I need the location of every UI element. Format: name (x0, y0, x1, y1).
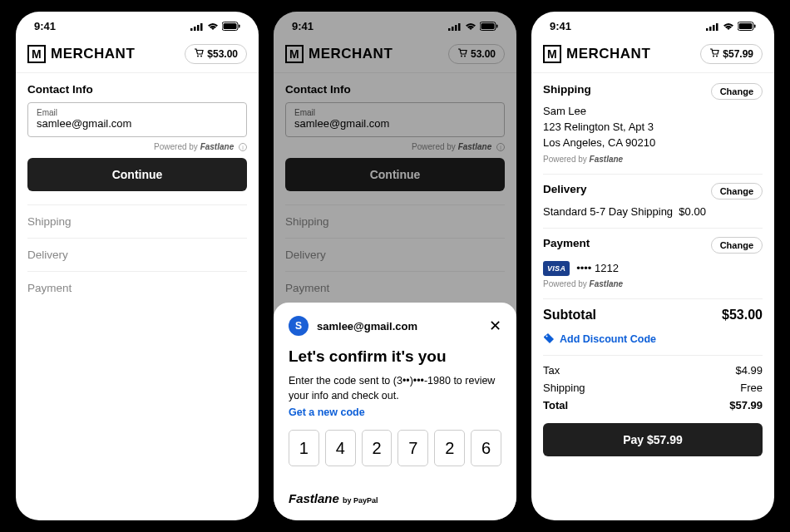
continue-button[interactable]: Continue (27, 158, 247, 191)
svg-point-26 (716, 56, 718, 57)
email-label: Email (37, 108, 238, 117)
step-delivery: Delivery (27, 238, 247, 271)
status-icons (190, 22, 240, 31)
ship-value: Free (740, 382, 763, 394)
payment-change-button[interactable]: Change (711, 237, 763, 254)
otp-digit-1[interactable]: 1 (289, 430, 319, 466)
wifi-icon (723, 22, 734, 31)
cart-total: $53.00 (207, 48, 238, 60)
header: M MERCHANT $57.99 (531, 37, 774, 73)
battery-icon (222, 22, 240, 31)
shipping-change-button[interactable]: Change (711, 83, 763, 100)
merchant-logo: M MERCHANT (27, 45, 135, 63)
signal-icon (190, 22, 204, 31)
otp-digit-3[interactable]: 2 (362, 430, 393, 466)
cart-icon (194, 48, 204, 60)
otp-inputs: 1 4 2 7 2 6 (289, 430, 501, 466)
subtotal-row: Subtotal $53.00 (543, 299, 763, 323)
svg-rect-6 (239, 25, 240, 28)
phone-contact: 9:41 M MERCHANT $53.00 Contact Info Emai… (16, 12, 259, 520)
merchant-logo: M MERCHANT (543, 45, 650, 63)
sheet-title: Let's confirm it's you (289, 347, 501, 366)
powered-by-payment: Powered by Fastlane (543, 279, 763, 288)
merchant-name: MERCHANT (566, 46, 650, 62)
fastlane-brand: Fastlane (200, 142, 235, 151)
cart-button[interactable]: $53.00 (185, 44, 247, 64)
svg-rect-18 (706, 28, 709, 31)
content: Shipping Change Sam Lee 123 Relington St… (531, 73, 774, 520)
delivery-option: Standard 5-7 Day Shipping $0.00 (543, 205, 763, 218)
otp-digit-2[interactable]: 4 (325, 430, 356, 466)
cart-icon (709, 48, 719, 60)
cart-button[interactable]: $57.99 (700, 44, 763, 64)
svg-point-8 (200, 56, 202, 57)
svg-rect-2 (197, 25, 200, 31)
otp-digit-5[interactable]: 2 (434, 430, 465, 466)
fastlane-logo: Fastlane by PayPal (289, 491, 501, 505)
ship-line2: Los Angeles, CA 90210 (543, 135, 763, 151)
svg-point-7 (197, 56, 199, 57)
tag-icon (543, 332, 555, 347)
content: Contact Info Email samlee@gmail.com Powe… (16, 73, 259, 520)
ship-name: Sam Lee (543, 104, 763, 120)
payment-card: VISA •••• 1212 (543, 261, 763, 276)
svg-rect-20 (713, 25, 715, 31)
phone-verify: 9:41 M MERCHANT 53.00 Contact Info Email… (274, 12, 516, 520)
merchant-name: MERCHANT (51, 46, 135, 62)
svg-rect-21 (716, 23, 718, 31)
step-shipping: Shipping (27, 204, 247, 238)
ship-line1: 123 Relington St, Apt 3 (543, 120, 763, 135)
logo-mark: M (27, 45, 46, 63)
svg-rect-1 (194, 27, 196, 31)
status-time: 9:41 (34, 20, 56, 32)
svg-point-27 (546, 335, 548, 337)
statusbar: 9:41 (531, 12, 774, 37)
close-icon[interactable]: ✕ (489, 317, 501, 335)
powered-by-shipping: Powered by Fastlane (543, 155, 763, 164)
signal-icon (706, 22, 719, 31)
svg-rect-5 (224, 23, 237, 29)
shipping-section: Shipping Change Sam Lee 123 Relington St… (543, 83, 763, 175)
otp-digit-6[interactable]: 6 (471, 430, 501, 466)
sheet-body: Enter the code sent to (3••)•••-1980 to … (289, 374, 501, 403)
delivery-section: Delivery Change Standard 5-7 Day Shippin… (543, 175, 763, 229)
svg-point-25 (713, 56, 714, 57)
totals: Tax$4.99 ShippingFree Total$57.99 (543, 356, 763, 413)
card-last4: •••• 1212 (576, 262, 619, 274)
svg-rect-3 (200, 23, 203, 31)
sheet-email: samlee@gmail.com (317, 320, 481, 332)
add-discount-link[interactable]: Add Discount Code (543, 324, 763, 356)
header: M MERCHANT $53.00 (16, 37, 259, 73)
logo-mark: M (543, 45, 561, 63)
cart-total: $57.99 (723, 48, 753, 60)
payment-section: Payment Change VISA •••• 1212 Powered by… (543, 229, 763, 299)
wifi-icon (207, 22, 219, 31)
otp-digit-4[interactable]: 7 (397, 430, 428, 466)
battery-icon (738, 22, 756, 31)
delivery-change-button[interactable]: Change (711, 183, 763, 200)
svg-rect-24 (754, 25, 756, 28)
sheet-header: S samlee@gmail.com ✕ (289, 316, 501, 336)
email-field[interactable]: Email samlee@gmail.com (27, 102, 247, 137)
shipping-title: Shipping (543, 83, 591, 96)
svg-rect-0 (190, 28, 193, 31)
powered-by: Powered by Fastlane i (27, 142, 247, 151)
status-icons (706, 22, 756, 31)
phone-review: 9:41 M MERCHANT $57.99 Shipping Change S… (531, 12, 774, 520)
svg-rect-19 (709, 27, 712, 31)
info-icon[interactable]: i (239, 143, 247, 151)
visa-icon: VISA (543, 261, 570, 276)
total-value: $57.99 (729, 399, 763, 411)
contact-title: Contact Info (27, 83, 247, 96)
subtotal-value: $53.00 (722, 308, 763, 323)
delivery-title: Delivery (543, 183, 587, 195)
avatar: S (289, 316, 309, 336)
pay-button[interactable]: Pay $57.99 (543, 423, 763, 456)
step-payment: Payment (27, 271, 247, 304)
statusbar: 9:41 (16, 12, 259, 37)
verify-sheet: S samlee@gmail.com ✕ Let's confirm it's … (274, 303, 516, 520)
svg-rect-23 (739, 23, 753, 29)
tax-value: $4.99 (735, 364, 763, 377)
status-time: 9:41 (550, 20, 571, 32)
resend-link[interactable]: Get a new code (289, 406, 501, 418)
